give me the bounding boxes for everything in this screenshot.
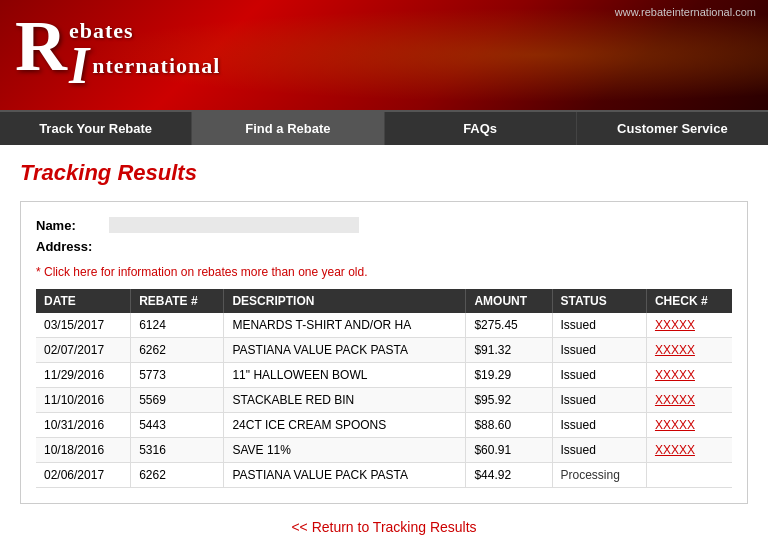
navigation: Track Your Rebate Find a Rebate FAQs Cus… — [0, 110, 768, 145]
col-check: CHECK # — [646, 289, 732, 313]
cell-status: Issued — [552, 413, 646, 438]
header: www.rebateinternational.com R ebates I n… — [0, 0, 768, 110]
cell-check[interactable]: XXXXX — [646, 413, 732, 438]
cell-date: 02/06/2017 — [36, 463, 131, 488]
cell-description: 11" HALLOWEEN BOWL — [224, 363, 466, 388]
logo-i-block: I nternational — [69, 40, 220, 92]
cell-description: MENARDS T-SHIRT AND/OR HA — [224, 313, 466, 338]
cell-status: Issued — [552, 388, 646, 413]
table-row: 11/10/20165569STACKABLE RED BIN$95.92Iss… — [36, 388, 732, 413]
cell-amount: $44.92 — [466, 463, 552, 488]
logo-r-letter: R — [15, 10, 67, 82]
return-link[interactable]: << Return to Tracking Results — [291, 519, 476, 535]
address-row: Address: — [36, 239, 732, 254]
cell-date: 02/07/2017 — [36, 338, 131, 363]
cell-description: PASTIANA VALUE PACK PASTA — [224, 463, 466, 488]
cell-status: Issued — [552, 438, 646, 463]
cell-date: 10/18/2016 — [36, 438, 131, 463]
cell-description: 24CT ICE CREAM SPOONS — [224, 413, 466, 438]
nav-find-a-rebate[interactable]: Find a Rebate — [192, 112, 384, 145]
table-row: 02/06/20176262PASTIANA VALUE PACK PASTA$… — [36, 463, 732, 488]
main-content: Tracking Results Name: Address: * Click … — [0, 145, 768, 543]
cell-check — [646, 463, 732, 488]
table-body: 03/15/20176124MENARDS T-SHIRT AND/OR HA$… — [36, 313, 732, 488]
cell-status: Issued — [552, 313, 646, 338]
table-row: 11/29/2016577311" HALLOWEEN BOWL$19.29Is… — [36, 363, 732, 388]
table-row: 02/07/20176262PASTIANA VALUE PACK PASTA$… — [36, 338, 732, 363]
col-amount: AMOUNT — [466, 289, 552, 313]
cell-date: 10/31/2016 — [36, 413, 131, 438]
cell-check[interactable]: XXXXX — [646, 313, 732, 338]
cell-date: 03/15/2017 — [36, 313, 131, 338]
site-url: www.rebateinternational.com — [615, 6, 756, 18]
info-link[interactable]: * Click here for information on rebates … — [36, 265, 368, 279]
cell-rebate: 5316 — [131, 438, 224, 463]
col-status: STATUS — [552, 289, 646, 313]
cell-amount: $88.60 — [466, 413, 552, 438]
rebates-table: DATE REBATE # DESCRIPTION AMOUNT STATUS … — [36, 289, 732, 488]
cell-check[interactable]: XXXXX — [646, 338, 732, 363]
cell-amount: $91.32 — [466, 338, 552, 363]
cell-rebate: 6124 — [131, 313, 224, 338]
col-rebate: REBATE # — [131, 289, 224, 313]
cell-description: STACKABLE RED BIN — [224, 388, 466, 413]
cell-date: 11/29/2016 — [36, 363, 131, 388]
col-description: DESCRIPTION — [224, 289, 466, 313]
nav-customer-service[interactable]: Customer Service — [577, 112, 768, 145]
table-row: 10/18/20165316SAVE 11%$60.91IssuedXXXXX — [36, 438, 732, 463]
cell-check[interactable]: XXXXX — [646, 438, 732, 463]
cell-status: Issued — [552, 363, 646, 388]
cell-rebate: 5773 — [131, 363, 224, 388]
cell-check[interactable]: XXXXX — [646, 363, 732, 388]
cell-rebate: 5569 — [131, 388, 224, 413]
cell-check[interactable]: XXXXX — [646, 388, 732, 413]
cell-status: Processing — [552, 463, 646, 488]
cell-rebate: 6262 — [131, 338, 224, 363]
cell-description: PASTIANA VALUE PACK PASTA — [224, 338, 466, 363]
cell-amount: $19.29 — [466, 363, 552, 388]
cell-status: Issued — [552, 338, 646, 363]
return-link-area: << Return to Tracking Results — [20, 519, 748, 535]
logo-international-text: nternational — [92, 53, 220, 79]
cell-amount: $60.91 — [466, 438, 552, 463]
address-label: Address: — [36, 239, 101, 254]
col-date: DATE — [36, 289, 131, 313]
nav-track-your-rebate[interactable]: Track Your Rebate — [0, 112, 192, 145]
table-row: 03/15/20176124MENARDS T-SHIRT AND/OR HA$… — [36, 313, 732, 338]
name-row: Name: — [36, 217, 732, 233]
cell-rebate: 5443 — [131, 413, 224, 438]
cell-rebate: 6262 — [131, 463, 224, 488]
logo: R ebates I nternational — [15, 10, 220, 92]
table-header-row: DATE REBATE # DESCRIPTION AMOUNT STATUS … — [36, 289, 732, 313]
name-value — [109, 217, 359, 233]
table-row: 10/31/2016544324CT ICE CREAM SPOONS$88.6… — [36, 413, 732, 438]
cell-amount: $95.92 — [466, 388, 552, 413]
nav-faqs[interactable]: FAQs — [385, 112, 577, 145]
cell-description: SAVE 11% — [224, 438, 466, 463]
cell-date: 11/10/2016 — [36, 388, 131, 413]
results-box: Name: Address: * Click here for informat… — [20, 201, 748, 504]
name-label: Name: — [36, 218, 101, 233]
logo-i-letter: I — [69, 40, 89, 92]
logo-text: ebates I nternational — [69, 18, 220, 92]
table-header: DATE REBATE # DESCRIPTION AMOUNT STATUS … — [36, 289, 732, 313]
page-title: Tracking Results — [20, 160, 748, 186]
cell-amount: $275.45 — [466, 313, 552, 338]
